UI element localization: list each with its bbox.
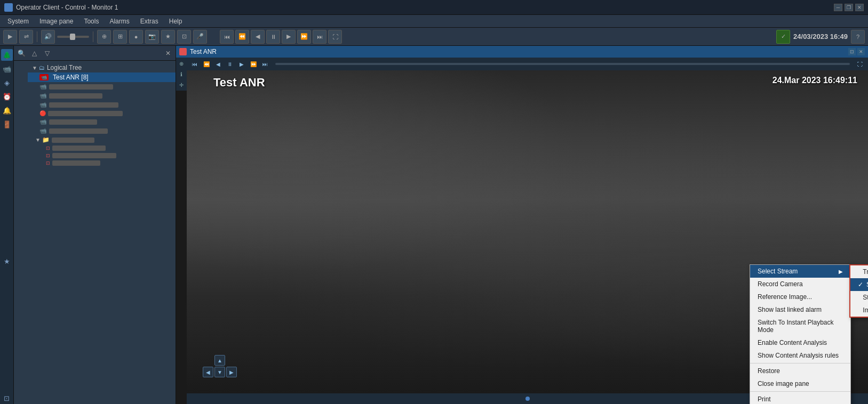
play-begin-button[interactable]: ⏮: [220, 30, 234, 44]
tree-label-6: [49, 128, 108, 134]
ctx-show-content-rules-label: Show Content Analysis rules: [758, 352, 839, 359]
pb-start[interactable]: ⏮: [190, 59, 200, 69]
snapshot-button[interactable]: 📷: [145, 30, 159, 44]
export-button[interactable]: ⊡: [177, 30, 191, 44]
sidebar-favorites-icon[interactable]: ★: [1, 255, 13, 267]
tree-node-folder[interactable]: ▼ 📁: [28, 135, 176, 144]
search-button[interactable]: 🔍: [16, 48, 27, 59]
menu-image-pane[interactable]: Image pane: [34, 17, 78, 26]
ctx-select-stream[interactable]: Select Stream ▶: [750, 265, 850, 278]
ctx-show-last-alarm-label: Show last linked alarm: [758, 306, 822, 313]
ctx-restore[interactable]: Restore: [750, 365, 850, 377]
menu-tools[interactable]: Tools: [78, 17, 104, 26]
play-back-button[interactable]: ◀: [251, 30, 265, 44]
pb-fullscreen[interactable]: ⛶: [855, 59, 865, 69]
pb-back[interactable]: ◀: [213, 59, 223, 69]
stream-pane-optimized[interactable]: Image pane size optimized: [850, 304, 868, 317]
play-pause-button[interactable]: ⏸: [266, 30, 280, 44]
tree-node-6[interactable]: 📹: [28, 126, 176, 135]
camera-live-button[interactable]: ▶: [3, 30, 17, 44]
tree-folder-label: [52, 138, 94, 143]
camera-title-text: Test ANR: [190, 48, 848, 55]
restore-button[interactable]: ❐: [845, 4, 853, 11]
sidebar-icon-cameras[interactable]: 📹: [1, 63, 13, 75]
ctx-show-content-rules[interactable]: Show Content Analysis rules: [750, 349, 850, 362]
menu-system[interactable]: System: [2, 17, 34, 26]
tree-node-3[interactable]: 📹: [28, 100, 176, 109]
pb-prev[interactable]: ⏪: [202, 59, 211, 69]
menu-alarms[interactable]: Alarms: [104, 17, 134, 26]
volume-knob[interactable]: [70, 34, 75, 40]
tree-collapse-arrow[interactable]: ▼: [32, 65, 37, 71]
play-next-button[interactable]: ⏩: [297, 30, 311, 44]
ctx-show-last-alarm[interactable]: Show last linked alarm: [750, 303, 850, 316]
sidebar-icon-logical-tree[interactable]: 🌲: [1, 49, 13, 61]
sidebar-icon-monitor[interactable]: ⊡: [1, 392, 13, 404]
tree-node-test-anr[interactable]: 📹 Test ANR [8]: [28, 72, 176, 82]
tree-node-2[interactable]: 📹: [28, 91, 176, 100]
camera-name-overlay: Test ANR: [213, 76, 265, 90]
ctx-print[interactable]: Print: [750, 393, 850, 404]
tree-root-node[interactable]: ▼ 🗂 Logical Tree: [28, 63, 176, 72]
menu-extras[interactable]: Extras: [135, 17, 164, 26]
cam-nav-down[interactable]: ▼: [214, 367, 225, 377]
tree-node-1[interactable]: 📹: [28, 82, 176, 91]
volume-slider[interactable]: [57, 36, 89, 38]
play-prev-button[interactable]: ⏪: [235, 30, 249, 44]
camera-area: Test ANR ⊡ ✕ ⊕ ℹ ✛ ⏮ ⏪ ◀ ⏸ ▶ ⏩ ⏭ ⛶: [176, 46, 868, 404]
cam-icon-4: 🔴: [39, 110, 46, 116]
microphone-button[interactable]: 🎤: [193, 30, 207, 44]
expand-button[interactable]: △: [29, 48, 39, 59]
pb-end[interactable]: ⏭: [260, 59, 270, 69]
sidebar-icon-alarms[interactable]: 🔔: [1, 104, 13, 116]
cam-side-info[interactable]: ℹ: [177, 69, 186, 79]
cam-side-ptz[interactable]: ✛: [177, 80, 186, 90]
cam-nav-right[interactable]: ▶: [226, 367, 237, 377]
menubar: System Image pane Tools Alarms Extras He…: [0, 15, 868, 28]
sidebar-icon-maps[interactable]: ◈: [1, 77, 13, 88]
folder-arrow[interactable]: ▼: [35, 137, 41, 143]
ctx-switch-playback[interactable]: Switch To Instant Playback Mode: [750, 316, 850, 336]
ctx-reference-image[interactable]: Reference Image...: [750, 290, 850, 303]
camera-sequence-button[interactable]: ⇌: [19, 30, 33, 44]
sidebar-close-button[interactable]: ✕: [163, 48, 173, 59]
timeline-marker[interactable]: [525, 397, 530, 401]
play-end-button[interactable]: ⏭: [313, 30, 327, 44]
collapse-button[interactable]: ▽: [42, 48, 52, 59]
ctx-record-camera[interactable]: Record Camera: [750, 278, 850, 290]
record-button[interactable]: ●: [129, 30, 143, 44]
stream-transcoding[interactable]: Transcoding: [850, 265, 868, 278]
minimize-button[interactable]: ─: [834, 4, 842, 11]
stream-2[interactable]: Stream 2 (736 x 420) - default: [850, 291, 868, 304]
pb-fwd[interactable]: ▶: [237, 59, 246, 69]
zoom-button[interactable]: ⊞: [113, 30, 127, 44]
cam-close-button[interactable]: ✕: [857, 48, 865, 55]
ctx-close-image-pane[interactable]: Close image pane: [750, 377, 850, 390]
cam-nav-up[interactable]: ▲: [214, 355, 225, 366]
datetime-display: 24/03/2023 16:49: [793, 33, 848, 41]
cam-side-expand[interactable]: ⊕: [177, 59, 186, 68]
bookmark-button[interactable]: ★: [161, 30, 175, 44]
fullscreen-button[interactable]: ⛶: [328, 30, 342, 44]
sidebar-icon-events[interactable]: ⏰: [1, 91, 13, 102]
titlebar: Operator Client - Control - Monitor 1 ─ …: [0, 0, 868, 15]
cam-restore-button[interactable]: ⊡: [848, 48, 856, 55]
close-button[interactable]: ✕: [855, 4, 864, 11]
pb-next[interactable]: ⏩: [249, 59, 258, 69]
audio-button[interactable]: 🔊: [41, 30, 55, 44]
ptz-button[interactable]: ⊕: [97, 30, 111, 44]
sidebar-icon-door[interactable]: 🚪: [1, 118, 13, 130]
tree-node-sub-1[interactable]: ⊡: [28, 144, 176, 152]
ctx-enable-content-analysis[interactable]: Enable Content Analysis: [750, 336, 850, 349]
tree-node-sub-3[interactable]: ⊡: [28, 159, 176, 167]
help-button[interactable]: ?: [851, 30, 865, 44]
cam-nav-left[interactable]: ◀: [203, 367, 213, 377]
playback-progress-bar[interactable]: [275, 63, 850, 65]
play-forward-button[interactable]: ▶: [282, 30, 296, 44]
tree-node-4[interactable]: 🔴: [28, 109, 176, 117]
tree-node-sub-2[interactable]: ⊡: [28, 152, 176, 159]
stream-1[interactable]: ✓ Stream 1 (1920 x 1080): [850, 278, 868, 291]
pb-pause[interactable]: ⏸: [225, 59, 235, 69]
tree-node-5[interactable]: 📹: [28, 117, 176, 126]
menu-help[interactable]: Help: [164, 17, 188, 26]
